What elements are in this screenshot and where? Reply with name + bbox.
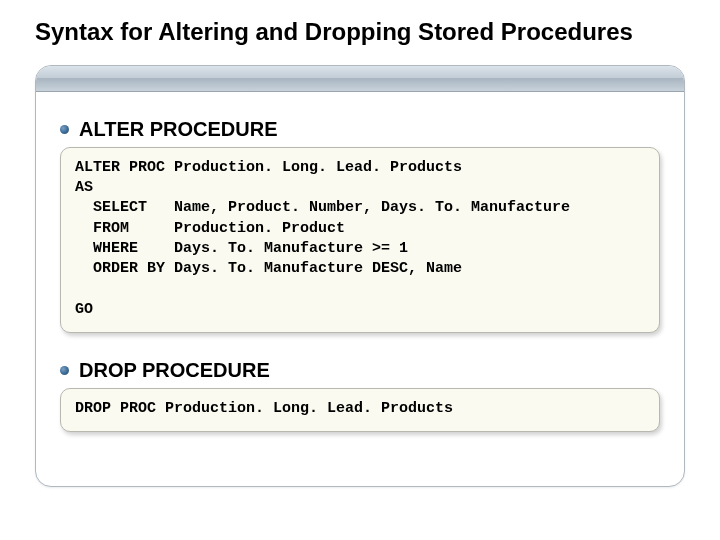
section-title-drop: DROP PROCEDURE bbox=[79, 359, 270, 382]
code-box-drop: DROP PROC Production. Long. Lead. Produc… bbox=[60, 388, 660, 432]
section-head-alter: ALTER PROCEDURE bbox=[60, 118, 660, 141]
panel-body: ALTER PROCEDURE ALTER PROC Production. L… bbox=[36, 92, 684, 432]
section-title-alter: ALTER PROCEDURE bbox=[79, 118, 278, 141]
page-title: Syntax for Altering and Dropping Stored … bbox=[35, 18, 685, 47]
content-panel: ALTER PROCEDURE ALTER PROC Production. L… bbox=[35, 65, 685, 487]
code-box-alter: ALTER PROC Production. Long. Lead. Produ… bbox=[60, 147, 660, 333]
panel-title-bar bbox=[36, 66, 684, 92]
bullet-icon bbox=[60, 366, 69, 375]
section-head-drop: DROP PROCEDURE bbox=[60, 359, 660, 382]
bullet-icon bbox=[60, 125, 69, 134]
